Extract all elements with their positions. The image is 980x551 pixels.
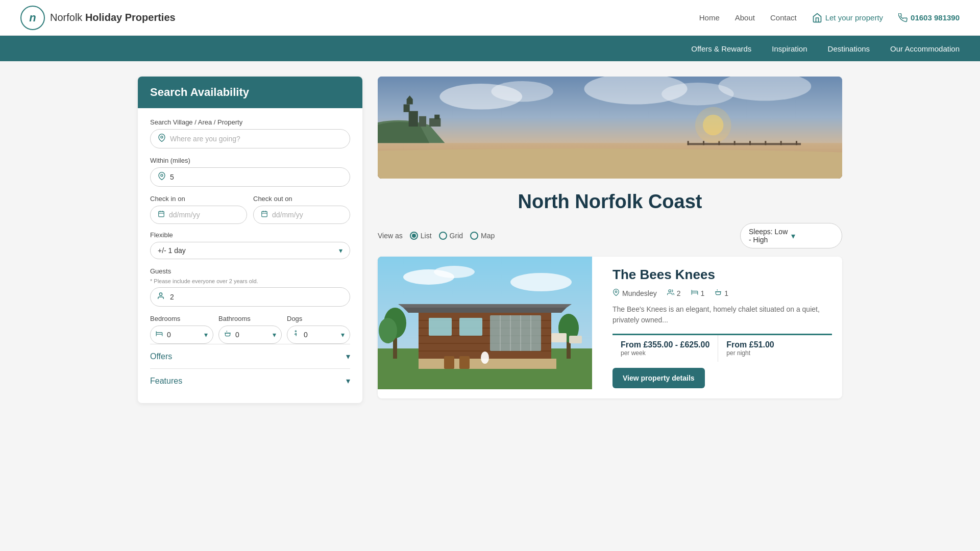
- view-controls: View as List Grid Map Sleeps: Low - High…: [378, 223, 842, 248]
- logo-area: n Norfolk Holiday Properties: [20, 6, 699, 30]
- svg-rect-33: [796, 141, 797, 145]
- checkout-group: Check out on: [253, 195, 350, 224]
- location-group: Search Village / Area / Property: [150, 118, 350, 148]
- svg-point-11: [295, 331, 296, 332]
- destinations-link[interactable]: Destinations: [828, 44, 870, 53]
- bedrooms-group: Bedrooms 0 ▾: [150, 315, 213, 344]
- checkout-input[interactable]: [272, 211, 342, 219]
- accommodation-link[interactable]: Our Accommodation: [890, 44, 960, 53]
- property-image: [378, 257, 592, 389]
- list-radio[interactable]: [410, 232, 418, 240]
- within-input[interactable]: [170, 173, 342, 181]
- svg-rect-50: [429, 318, 452, 336]
- extras-row: Bedrooms 0 ▾ Bathrooms: [150, 315, 350, 344]
- checkin-input-wrapper[interactable]: [150, 206, 247, 224]
- bathrooms-select[interactable]: 0 ▾: [218, 325, 282, 344]
- flexible-label: Flexible: [150, 231, 350, 239]
- bedrooms-value: 0: [167, 331, 204, 339]
- view-as-controls: View as List Grid Map: [378, 232, 495, 240]
- svg-point-35: [695, 107, 731, 143]
- weekly-price: From £355.00 - £625.00: [621, 340, 709, 349]
- sleeps-icon: [667, 289, 674, 298]
- property-bedrooms: 1: [701, 289, 705, 297]
- svg-point-68: [615, 291, 617, 293]
- checkout-label: Check out on: [253, 195, 350, 203]
- guests-input[interactable]: [170, 293, 342, 301]
- svg-rect-31: [765, 141, 766, 145]
- grid-label: Grid: [450, 232, 463, 240]
- contact-link[interactable]: Contact: [770, 13, 797, 22]
- flexible-select[interactable]: +/- 1 day ▾: [150, 242, 350, 259]
- search-panel-body: Search Village / Area / Property Within …: [138, 108, 362, 403]
- bathrooms-value: 0: [235, 331, 273, 339]
- features-label: Features: [150, 377, 182, 386]
- svg-rect-22: [419, 116, 426, 127]
- svg-point-0: [161, 136, 163, 138]
- offers-arrow-icon: ▾: [346, 352, 350, 361]
- bedrooms-arrow-icon: ▾: [204, 331, 208, 339]
- within-input-wrapper[interactable]: [150, 167, 350, 187]
- property-details: The Bees Knees Mundesley 2: [602, 257, 842, 398]
- guests-label: Guests: [150, 267, 350, 275]
- property-listing: The Bees Knees Mundesley 2: [378, 257, 842, 398]
- flexible-arrow-icon: ▾: [339, 246, 342, 255]
- features-toggle[interactable]: Features ▾: [150, 376, 350, 386]
- features-arrow-icon: ▾: [346, 376, 350, 386]
- svg-point-69: [669, 290, 671, 292]
- offers-rewards-link[interactable]: Offers & Rewards: [691, 44, 751, 53]
- map-view-option[interactable]: Map: [470, 232, 495, 240]
- svg-point-39: [510, 273, 572, 291]
- checkin-calendar-icon: [158, 210, 165, 219]
- svg-rect-27: [703, 141, 704, 145]
- sort-value: Sleeps: Low - High: [749, 228, 791, 244]
- svg-point-14: [491, 81, 553, 102]
- sort-arrow-icon: ▾: [791, 231, 834, 241]
- svg-rect-19: [409, 111, 418, 127]
- svg-rect-29: [734, 141, 736, 145]
- view-property-button[interactable]: View property details: [612, 368, 705, 388]
- svg-rect-58: [444, 356, 454, 369]
- home-link[interactable]: Home: [699, 13, 720, 22]
- property-name: The Bees Knees: [612, 267, 832, 283]
- inspiration-link[interactable]: Inspiration: [772, 44, 807, 53]
- grid-radio[interactable]: [439, 232, 447, 240]
- bedrooms-select[interactable]: 0 ▾: [150, 325, 213, 344]
- svg-rect-32: [780, 141, 782, 145]
- let-property-link[interactable]: Let your property: [812, 13, 883, 23]
- svg-rect-25: [688, 143, 801, 145]
- property-sleeps: 2: [677, 289, 681, 297]
- phone-link[interactable]: 01603 981390: [898, 13, 960, 22]
- view-as-label: View as: [378, 232, 403, 240]
- guests-input-wrapper[interactable]: [150, 287, 350, 307]
- offers-label: Offers: [150, 352, 172, 361]
- bedrooms-meta: 1: [691, 289, 705, 298]
- property-meta: Mundesley 2 1: [612, 289, 832, 298]
- dogs-select[interactable]: 0 ▾: [287, 325, 350, 344]
- dogs-value: 0: [304, 331, 341, 339]
- destination-title: North Norfolk Coast: [378, 191, 842, 213]
- map-radio[interactable]: [470, 232, 478, 240]
- sort-dropdown[interactable]: Sleeps: Low - High ▾: [740, 223, 842, 248]
- svg-rect-24: [434, 115, 439, 119]
- svg-rect-30: [749, 141, 751, 145]
- checkin-input[interactable]: [169, 211, 239, 219]
- right-panel: North Norfolk Coast View as List Grid Ma…: [378, 77, 842, 403]
- list-view-option[interactable]: List: [410, 232, 432, 240]
- svg-marker-49: [398, 304, 572, 308]
- dogs-group: Dogs 0 ▾: [287, 315, 350, 344]
- flexible-value: +/- 1 day: [158, 246, 339, 255]
- location-icon: [158, 134, 166, 144]
- within-group: Within (miles): [150, 157, 350, 187]
- grid-view-option[interactable]: Grid: [439, 232, 463, 240]
- svg-rect-26: [688, 141, 689, 145]
- secondary-navigation: Offers & Rewards Inspiration Destination…: [0, 36, 980, 61]
- offers-section: Offers ▾: [150, 344, 350, 368]
- location-input-wrapper[interactable]: [150, 129, 350, 148]
- svg-point-63: [379, 318, 397, 343]
- checkout-input-wrapper[interactable]: [253, 206, 350, 224]
- offers-toggle[interactable]: Offers ▾: [150, 352, 350, 361]
- about-link[interactable]: About: [735, 13, 755, 22]
- property-image-svg: [378, 257, 592, 389]
- list-label: List: [421, 232, 432, 240]
- location-input[interactable]: [170, 135, 342, 143]
